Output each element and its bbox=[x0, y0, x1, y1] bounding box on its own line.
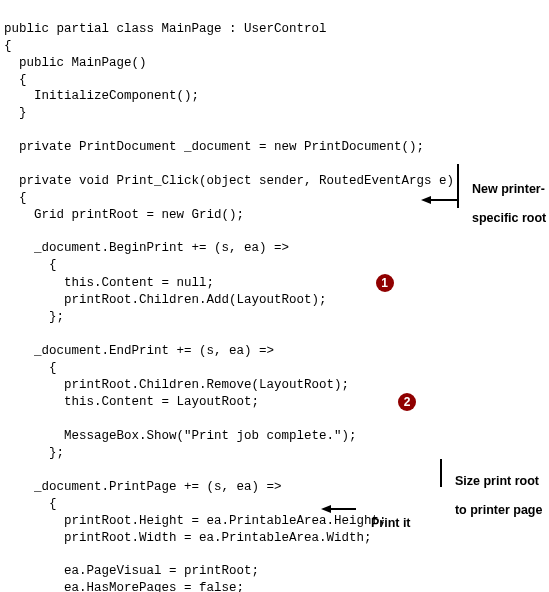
code-line: printRoot.Children.Add(LayoutRoot); bbox=[4, 293, 327, 307]
annotation-text: specific root bbox=[472, 211, 546, 225]
code-line: MessageBox.Show("Print job complete."); bbox=[4, 429, 357, 443]
annotation-size-root: Size print root to printer page bbox=[448, 460, 542, 518]
code-line: private void Print_Click(object sender, … bbox=[4, 174, 454, 188]
code-line: printRoot.Height = ea.PrintableArea.Heig… bbox=[4, 514, 387, 528]
code-line: } bbox=[4, 106, 27, 120]
code-line: InitializeComponent(); bbox=[4, 89, 199, 103]
arrow-stem-new-root bbox=[430, 199, 457, 201]
annotation-text: to printer page bbox=[455, 503, 543, 517]
callout-1: 1 bbox=[376, 274, 394, 292]
code-line: _document.BeginPrint += (s, ea) => bbox=[4, 241, 289, 255]
annotation-text: Print it bbox=[371, 516, 411, 530]
code-line: _document.EndPrint += (s, ea) => bbox=[4, 344, 274, 358]
code-line: ea.PageVisual = printRoot; bbox=[4, 564, 259, 578]
arrow-tip-print-it bbox=[321, 505, 331, 513]
annotation-bar-size bbox=[440, 459, 442, 487]
code-line: public partial class MainPage : UserCont… bbox=[4, 22, 327, 36]
code-line: private PrintDocument _document = new Pr… bbox=[4, 140, 424, 154]
callout-2: 2 bbox=[398, 393, 416, 411]
code-line: printRoot.Children.Remove(LayoutRoot); bbox=[4, 378, 349, 392]
code-line: { bbox=[4, 39, 12, 53]
code-line: { bbox=[4, 191, 27, 205]
code-line: { bbox=[4, 73, 27, 87]
annotation-print-it: Print it bbox=[364, 502, 411, 531]
code-line: printRoot.Width = ea.PrintableArea.Width… bbox=[4, 531, 372, 545]
code-line: _document.PrintPage += (s, ea) => bbox=[4, 480, 282, 494]
code-line: Grid printRoot = new Grid(); bbox=[4, 208, 244, 222]
code-line: }; bbox=[4, 446, 64, 460]
code-line: this.Content = null; bbox=[4, 276, 214, 290]
code-line: this.Content = LayoutRoot; bbox=[4, 396, 259, 410]
arrow-tip-new-root bbox=[421, 196, 431, 204]
annotation-bar-new-root bbox=[457, 164, 459, 208]
code-line: { bbox=[4, 361, 57, 375]
annotation-text: New printer- bbox=[472, 182, 545, 196]
code-line: public MainPage() bbox=[4, 56, 147, 70]
arrow-stem-print-it bbox=[330, 508, 356, 510]
annotation-new-root: New printer- specific root bbox=[465, 168, 546, 226]
code-line: { bbox=[4, 497, 57, 511]
annotation-text: Size print root bbox=[455, 474, 539, 488]
code-line: ea.HasMorePages = false; bbox=[4, 581, 244, 592]
code-block: public partial class MainPage : UserCont… bbox=[4, 4, 545, 592]
code-line: }; bbox=[4, 310, 64, 324]
code-line: { bbox=[4, 258, 57, 272]
